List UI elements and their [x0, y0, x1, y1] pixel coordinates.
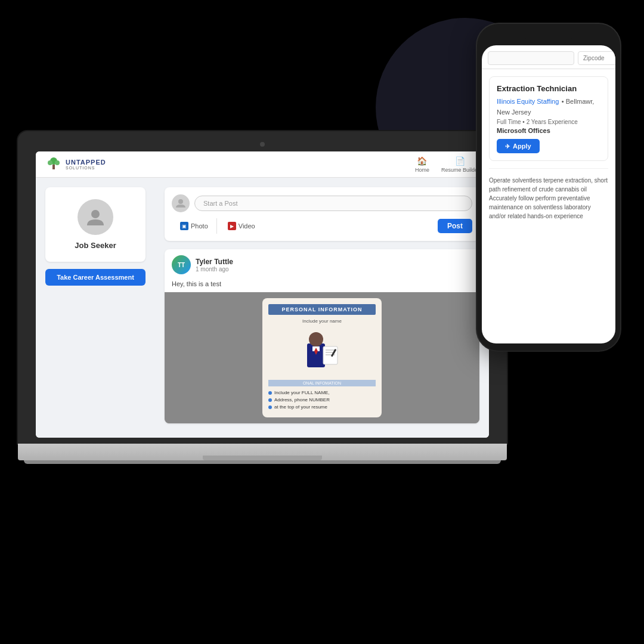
- job-description: Operate solventless terpene extraction, …: [489, 168, 608, 221]
- composer-actions: ▣ Photo ▶ Video: [172, 218, 264, 234]
- phone-screen: 🔍 Extraction Technician Illinois Equity …: [482, 45, 615, 343]
- phone-content: Extraction Technician Illinois Equity St…: [482, 69, 615, 228]
- card-bullets: Include your FULL NAME, Address, phone N…: [268, 390, 376, 410]
- app-logo: UNTAPPED SOLUTIONS: [45, 156, 106, 173]
- home-icon: 🏠: [417, 156, 427, 166]
- job-search-input[interactable]: [488, 51, 574, 65]
- composer-avatar: [172, 194, 190, 212]
- post-image: PERSONAL INFORMATION Include your name: [165, 292, 479, 423]
- main-feed: Start a Post ▣ Photo ▶ Video: [155, 178, 489, 438]
- nav-resume-builder[interactable]: 📄 Resume Builder: [441, 156, 479, 173]
- post-button[interactable]: Post: [438, 219, 472, 233]
- composer-top: Start a Post: [172, 194, 472, 212]
- nav-home-label: Home: [415, 167, 429, 173]
- feed-post: TT Tyler Tuttle 1 month ago Hey, this is…: [165, 249, 479, 423]
- logo-untapped-label: UNTAPPED: [66, 159, 106, 166]
- card-person-illustration: [286, 329, 358, 376]
- photo-icon: ▣: [180, 222, 188, 230]
- card-bullet-2: Address, phone NUMBER: [268, 397, 376, 402]
- zipcode-input[interactable]: [578, 51, 615, 65]
- job-card: Extraction Technician Illinois Equity St…: [489, 76, 608, 161]
- bullet-text-3: at the top of your resume: [274, 404, 327, 410]
- video-label: Video: [239, 222, 255, 230]
- bullet-text-2: Address, phone NUMBER: [274, 397, 330, 402]
- laptop-foot: [24, 460, 501, 464]
- svg-point-4: [91, 210, 100, 218]
- card-bullet-1: Include your FULL NAME,: [268, 390, 376, 395]
- logo-text: UNTAPPED SOLUTIONS: [66, 159, 106, 170]
- profile-card: Job Seeker: [45, 187, 145, 262]
- personal-info-card: PERSONAL INFORMATION Include your name: [262, 298, 382, 417]
- svg-rect-1: [52, 165, 55, 169]
- bullet-dot-2: [268, 398, 272, 402]
- post-composer: Start a Post ▣ Photo ▶ Video: [165, 187, 479, 241]
- post-image-bg: PERSONAL INFORMATION Include your name: [165, 292, 479, 423]
- nav-resume-label: Resume Builder: [441, 167, 479, 173]
- svg-point-7: [309, 332, 323, 346]
- laptop-device: UNTAPPED SOLUTIONS 🏠 Home 📄 Resume Build…: [18, 131, 507, 464]
- bullet-dot-1: [268, 391, 272, 395]
- logo-tree-icon: [45, 156, 62, 173]
- card-subtitle: Include your name: [268, 318, 376, 324]
- career-assessment-button[interactable]: Take Career Assessment: [45, 269, 145, 286]
- laptop-camera: [260, 142, 265, 147]
- post-time: 1 month ago: [196, 266, 472, 273]
- logo-solutions-label: SOLUTIONS: [66, 166, 106, 170]
- job-title: Extraction Technician: [497, 84, 600, 93]
- avatar: [78, 199, 113, 235]
- card-figure: [268, 329, 376, 376]
- post-author-avatar: TT: [172, 255, 191, 274]
- photo-label: Photo: [191, 222, 208, 230]
- photo-button[interactable]: ▣ Photo: [172, 218, 217, 234]
- card-title: PERSONAL INFORMATION: [268, 304, 376, 315]
- avatar-icon: [85, 206, 106, 228]
- job-skill: Microsoft Offices: [497, 127, 600, 134]
- app-content: Job Seeker Take Career Assessment: [36, 178, 489, 438]
- composer-bottom: ▣ Photo ▶ Video Post: [172, 218, 472, 234]
- phone-device: 🔍 Extraction Technician Illinois Equity …: [477, 24, 620, 351]
- laptop-base: [18, 444, 507, 460]
- bullet-text-1: Include your FULL NAME,: [274, 390, 330, 395]
- bullet-dot-3: [268, 405, 272, 409]
- phone-search-bar: 🔍: [482, 45, 615, 69]
- app-navigation: 🏠 Home 📄 Resume Builder: [415, 156, 479, 173]
- left-sidebar: Job Seeker Take Career Assessment: [36, 178, 155, 438]
- phone-notch: [525, 31, 572, 43]
- profile-name: Job Seeker: [55, 241, 136, 250]
- job-experience: 2 Years Experience: [527, 119, 578, 125]
- post-author-info: Tyler Tuttle 1 month ago: [196, 258, 472, 273]
- laptop-screen: UNTAPPED SOLUTIONS 🏠 Home 📄 Resume Build…: [36, 151, 489, 438]
- svg-point-2: [48, 160, 52, 165]
- phone-frame: 🔍 Extraction Technician Illinois Equity …: [477, 24, 620, 351]
- post-text: Hey, this is a test: [165, 280, 479, 292]
- job-company[interactable]: Illinois Equity Staffing: [497, 98, 559, 105]
- composer-avatar-icon: [175, 198, 186, 209]
- post-author-name: Tyler Tuttle: [196, 258, 472, 266]
- nav-home[interactable]: 🏠 Home: [415, 156, 429, 173]
- card-bottom-bar: ONAL INFOMATION: [268, 380, 376, 386]
- post-input[interactable]: Start a Post: [194, 196, 472, 211]
- resume-icon: 📄: [455, 156, 465, 166]
- svg-point-3: [55, 160, 60, 165]
- job-type: Full Time: [497, 119, 521, 125]
- laptop-bezel: UNTAPPED SOLUTIONS 🏠 Home 📄 Resume Build…: [18, 131, 507, 444]
- apply-button[interactable]: Apply: [497, 139, 540, 153]
- svg-point-5: [178, 199, 183, 204]
- job-company-location: Illinois Equity Staffing • Bellmawr, New…: [497, 95, 600, 117]
- post-header: TT Tyler Tuttle 1 month ago: [165, 249, 479, 280]
- video-icon: ▶: [228, 222, 236, 230]
- card-bullet-3: at the top of your resume: [268, 404, 376, 410]
- job-details: Full Time • 2 Years Experience: [497, 119, 600, 125]
- app-header: UNTAPPED SOLUTIONS 🏠 Home 📄 Resume Build…: [36, 151, 489, 178]
- video-button[interactable]: ▶ Video: [219, 218, 264, 234]
